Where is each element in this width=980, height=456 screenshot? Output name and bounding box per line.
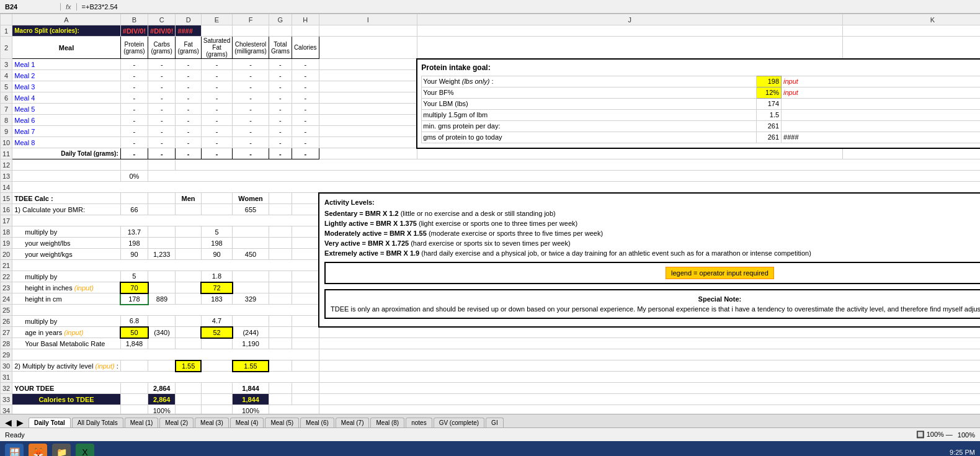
firefox-button[interactable]: 🦊 xyxy=(29,444,47,457)
sheet-nav-left[interactable]: ◀ xyxy=(2,418,14,427)
men-age[interactable]: 50 xyxy=(120,327,148,338)
meal7-name[interactable]: Meal 7 xyxy=(12,126,121,137)
men-height[interactable]: 70 xyxy=(120,282,148,293)
col-header-B[interactable]: B xyxy=(120,14,148,25)
meal2-calories[interactable]: - xyxy=(292,70,319,81)
meal4-calories[interactable]: - xyxy=(292,92,319,104)
meal5-satfat[interactable]: - xyxy=(201,104,232,115)
meal7-fat[interactable]: - xyxy=(176,126,201,137)
meal4-protein[interactable]: - xyxy=(120,92,148,104)
meal2-totalgrams[interactable]: - xyxy=(269,70,292,81)
tab-meal-4[interactable]: Meal (4) xyxy=(230,418,264,427)
col-header-D[interactable]: D xyxy=(176,14,201,25)
meal1-totalgrams[interactable]: - xyxy=(269,59,292,70)
meal1-satfat[interactable]: - xyxy=(201,59,232,70)
meal4-name[interactable]: Meal 4 xyxy=(12,92,121,104)
meal1-carbs[interactable]: - xyxy=(148,59,176,70)
meal4-cholesterol[interactable]: - xyxy=(233,92,269,104)
meal3-satfat[interactable]: - xyxy=(201,81,232,92)
col-header-J[interactable]: J xyxy=(417,14,842,25)
meal5-carbs[interactable]: - xyxy=(148,104,176,115)
col-header-H[interactable]: H xyxy=(292,14,319,25)
meal1-name[interactable]: Meal 1 xyxy=(12,59,121,70)
tab-gi[interactable]: GI xyxy=(486,418,504,427)
meal3-cholesterol[interactable]: - xyxy=(233,81,269,92)
women-height[interactable]: 72 xyxy=(201,282,232,293)
meal3-carbs[interactable]: - xyxy=(148,81,176,92)
meal7-totalgrams[interactable]: - xyxy=(269,126,292,137)
meal6-satfat[interactable]: - xyxy=(201,115,232,126)
col-header-G[interactable]: G xyxy=(269,14,292,25)
meal8-calories[interactable]: - xyxy=(292,137,319,148)
meal8-cholesterol[interactable]: - xyxy=(233,137,269,148)
meal5-fat[interactable]: - xyxy=(176,104,201,115)
meal2-fat[interactable]: - xyxy=(176,70,201,81)
men-cm[interactable]: 178 xyxy=(120,293,148,305)
meal1-calories[interactable]: - xyxy=(292,59,319,70)
meal7-protein[interactable]: - xyxy=(120,126,148,137)
meal8-fat[interactable]: - xyxy=(176,137,201,148)
women-age[interactable]: 52 xyxy=(201,327,232,338)
meal4-satfat[interactable]: - xyxy=(201,92,232,104)
tab-daily-total[interactable]: Daily Total xyxy=(29,418,71,427)
tab-meal-7[interactable]: Meal (7) xyxy=(336,418,370,427)
meal6-name[interactable]: Meal 6 xyxy=(12,115,121,126)
meal6-fat[interactable]: - xyxy=(176,115,201,126)
tab-meal-2[interactable]: Meal (2) xyxy=(159,418,194,427)
meal4-totalgrams[interactable]: - xyxy=(269,92,292,104)
meal1-cholesterol[interactable]: - xyxy=(233,59,269,70)
tab-meal-5[interactable]: Meal (5) xyxy=(265,418,299,427)
meal3-totalgrams[interactable]: - xyxy=(269,81,292,92)
meal5-totalgrams[interactable]: - xyxy=(269,104,292,115)
meal2-protein[interactable]: - xyxy=(120,70,148,81)
meal7-calories[interactable]: - xyxy=(292,126,319,137)
meal1-fat[interactable]: - xyxy=(176,59,201,70)
weight-value[interactable]: 198 xyxy=(757,76,782,87)
meal2-cholesterol[interactable]: - xyxy=(233,70,269,81)
meal6-protein[interactable]: - xyxy=(120,115,148,126)
tab-meal-8[interactable]: Meal (8) xyxy=(370,418,404,427)
meal3-name[interactable]: Meal 3 xyxy=(12,81,121,92)
tab-gv-complete[interactable]: GV (complete) xyxy=(434,418,484,427)
meal4-fat[interactable]: - xyxy=(176,92,201,104)
start-button[interactable]: 🪟 xyxy=(5,444,24,457)
meal7-satfat[interactable]: - xyxy=(201,126,232,137)
meal2-carbs[interactable]: - xyxy=(148,70,176,81)
spreadsheet-container[interactable]: A B C D E F G H I J K L M N O P Q R S 1 … xyxy=(0,14,980,414)
meal5-calories[interactable]: - xyxy=(292,104,319,115)
meal6-cholesterol[interactable]: - xyxy=(233,115,269,126)
meal2-satfat[interactable]: - xyxy=(201,70,232,81)
meal8-satfat[interactable]: - xyxy=(201,137,232,148)
col-header-C[interactable]: C xyxy=(148,14,176,25)
col-header-K[interactable]: K xyxy=(842,14,980,25)
zoom-controls[interactable]: 🔲 100% — xyxy=(916,431,953,439)
meal4-carbs[interactable]: - xyxy=(148,92,176,104)
meal1-protein[interactable]: - xyxy=(120,59,148,70)
meal3-fat[interactable]: - xyxy=(176,81,201,92)
sheet-nav-right[interactable]: ▶ xyxy=(14,418,26,427)
meal6-totalgrams[interactable]: - xyxy=(269,115,292,126)
meal8-totalgrams[interactable]: - xyxy=(269,137,292,148)
meal3-calories[interactable]: - xyxy=(292,81,319,92)
col-header-E[interactable]: E xyxy=(201,14,232,25)
meal8-protein[interactable]: - xyxy=(120,137,148,148)
tab-meal-1[interactable]: Meal (1) xyxy=(125,418,159,427)
tab-all-daily-totals[interactable]: All Daily Totals xyxy=(72,418,123,427)
meal2-name[interactable]: Meal 2 xyxy=(12,70,121,81)
col-header-I[interactable]: I xyxy=(319,14,417,25)
meal7-carbs[interactable]: - xyxy=(148,126,176,137)
meal5-protein[interactable]: - xyxy=(120,104,148,115)
meal3-protein[interactable]: - xyxy=(120,81,148,92)
excel-button[interactable]: X xyxy=(76,444,94,457)
col-header-F[interactable]: F xyxy=(233,14,269,25)
cell-ref-box[interactable]: B24 xyxy=(5,3,61,11)
file-manager-button[interactable]: 📁 xyxy=(52,444,71,457)
tab-meal-3[interactable]: Meal (3) xyxy=(195,418,229,427)
women-activity[interactable]: 1.55 xyxy=(233,360,269,372)
col-header-A[interactable]: A xyxy=(12,14,121,25)
meal6-calories[interactable]: - xyxy=(292,115,319,126)
bf-value[interactable]: 12% xyxy=(757,87,782,98)
meal8-name[interactable]: Meal 8 xyxy=(12,137,121,148)
meal7-cholesterol[interactable]: - xyxy=(233,126,269,137)
tab-meal-6[interactable]: Meal (6) xyxy=(300,418,334,427)
